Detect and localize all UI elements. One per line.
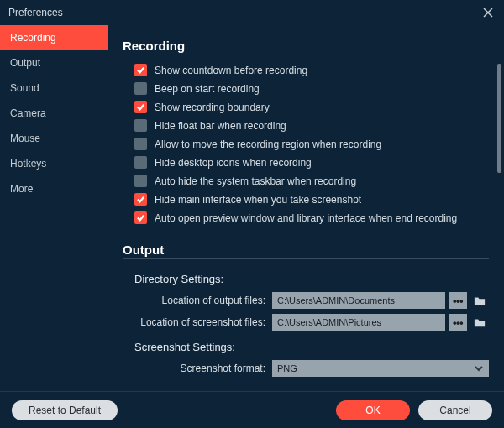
recording-option[interactable]: Hide main interface when you take screen… (134, 193, 489, 206)
screenshot-path-browse-button[interactable]: ••• (449, 314, 467, 331)
recording-option-label: Allow to move the recording region when … (155, 138, 381, 150)
checkbox[interactable] (134, 119, 147, 132)
checkbox[interactable] (134, 64, 147, 76)
output-path-browse-button[interactable]: ••• (449, 292, 467, 309)
check-icon (136, 65, 145, 75)
check-icon (136, 195, 145, 204)
recording-option-label: Beep on start recording (155, 83, 260, 95)
checkbox[interactable] (134, 193, 147, 206)
checkbox[interactable] (134, 82, 147, 95)
divider (123, 258, 489, 259)
main-panel: Recording Show countdown before recordin… (108, 25, 504, 391)
sidebar-item-label: Camera (10, 107, 46, 119)
chevron-down-icon (474, 363, 484, 373)
recording-option[interactable]: Auto hide the system taskbar when record… (134, 175, 489, 187)
screenshot-format-select[interactable]: PNG (272, 360, 489, 377)
folder-icon (474, 316, 486, 328)
screenshot-path-label: Location of screenshot files: (123, 316, 272, 328)
ellipsis-icon: ••• (453, 316, 463, 329)
checkbox[interactable] (134, 101, 147, 113)
recording-option[interactable]: Hide desktop icons when recording (134, 156, 489, 169)
screenshot-path-row: Location of screenshot files: C:\Users\A… (123, 314, 489, 331)
recording-option[interactable]: Allow to move the recording region when … (134, 138, 489, 150)
reset-button[interactable]: Reset to Default (12, 400, 118, 420)
sidebar-item-recording[interactable]: Recording (0, 25, 108, 50)
sidebar-item-camera[interactable]: Camera (0, 101, 108, 126)
recording-option[interactable]: Hide float bar when recording (134, 119, 489, 132)
check-icon (136, 102, 145, 112)
sidebar-item-label: Output (10, 57, 40, 69)
output-path-input[interactable]: C:\Users\ADMIN\Documents (272, 292, 445, 309)
sidebar-item-output[interactable]: Output (0, 50, 108, 76)
checkbox[interactable] (134, 175, 147, 187)
ellipsis-icon: ••• (453, 295, 463, 307)
titlebar: Preferences (0, 0, 504, 25)
sidebar-item-label: Sound (10, 82, 39, 94)
screenshot-settings-heading: Screenshot Settings: (134, 341, 489, 353)
close-button[interactable] (480, 5, 496, 20)
sidebar-item-label: Mouse (10, 133, 40, 144)
checkbox[interactable] (134, 156, 147, 169)
section-title-recording: Recording (123, 39, 489, 53)
section-title-output: Output (123, 243, 489, 257)
checkbox[interactable] (134, 211, 147, 224)
recording-option-label: Hide main interface when you take screen… (155, 194, 361, 206)
recording-option-label: Hide desktop icons when recording (155, 157, 312, 169)
screenshot-path-open-button[interactable] (470, 314, 489, 331)
sidebar-item-label: Recording (10, 32, 56, 44)
close-icon (482, 7, 494, 18)
sidebar: Recording Output Sound Camera Mouse Hotk… (0, 25, 108, 391)
divider (123, 55, 489, 55)
output-path-label: Location of output files: (123, 295, 272, 306)
screenshot-format-label: Screenshot format: (123, 363, 272, 374)
recording-option-label: Auto hide the system taskbar when record… (155, 175, 356, 187)
recording-option-label: Show recording boundary (155, 102, 270, 113)
recording-option-label: Hide float bar when recording (155, 120, 286, 132)
body: Recording Output Sound Camera Mouse Hotk… (0, 25, 504, 391)
folder-icon (474, 295, 486, 306)
recording-option[interactable]: Beep on start recording (134, 82, 489, 95)
preferences-window: Preferences Recording Output Sound Camer… (0, 0, 504, 428)
sidebar-item-label: Hotkeys (10, 158, 46, 170)
screenshot-path-input[interactable]: C:\Users\ADMIN\Pictures (272, 314, 445, 331)
ok-button[interactable]: OK (336, 400, 410, 420)
recording-options: Show countdown before recordingBeep on s… (134, 64, 489, 224)
recording-option[interactable]: Show recording boundary (134, 101, 489, 113)
sidebar-item-mouse[interactable]: Mouse (0, 126, 108, 151)
output-path-open-button[interactable] (470, 292, 489, 309)
checkbox[interactable] (134, 138, 147, 150)
footer: Reset to Default OK Cancel (0, 391, 504, 428)
sidebar-item-label: More (10, 183, 33, 195)
recording-option[interactable]: Auto open preview window and library int… (134, 211, 489, 224)
screenshot-format-value: PNG (277, 363, 297, 373)
scrollbar-thumb[interactable] (497, 64, 501, 173)
output-path-row: Location of output files: C:\Users\ADMIN… (123, 292, 489, 309)
sidebar-item-more[interactable]: More (0, 176, 108, 201)
sidebar-item-hotkeys[interactable]: Hotkeys (0, 151, 108, 176)
window-title: Preferences (8, 7, 63, 18)
screenshot-format-row: Screenshot format: PNG (123, 360, 489, 377)
recording-option-label: Show countdown before recording (155, 65, 307, 76)
cancel-button[interactable]: Cancel (418, 400, 492, 420)
sidebar-item-sound[interactable]: Sound (0, 76, 108, 101)
directory-settings-heading: Directory Settings: (134, 273, 489, 285)
recording-option-label: Auto open preview window and library int… (155, 212, 457, 224)
check-icon (136, 213, 145, 222)
recording-option[interactable]: Show countdown before recording (134, 64, 489, 76)
